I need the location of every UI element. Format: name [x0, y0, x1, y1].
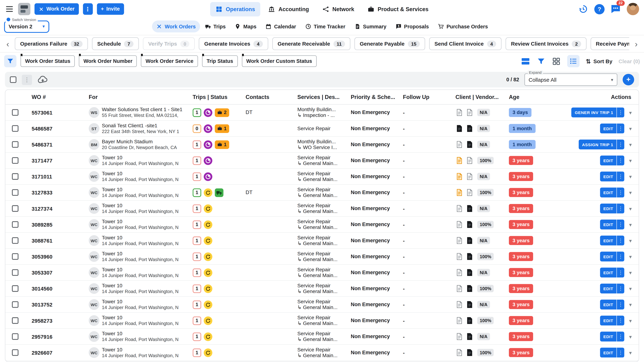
app-logo[interactable] [18, 3, 30, 15]
sort-by-button[interactable]: ⇅ Sort By [586, 58, 612, 64]
row-expand-chevron[interactable]: ▾ [627, 157, 634, 164]
table-row[interactable]: 2926607 WC Tower 10 14 Juniper Road, Por… [6, 345, 639, 361]
client-invoice-doc-icon[interactable] [456, 316, 463, 325]
subnav-purchase-orders[interactable]: Purchase Orders [434, 20, 492, 32]
trip-pending-icon[interactable] [204, 236, 212, 245]
row-action-menu-button[interactable]: ⋮ [616, 188, 624, 198]
subnav-summary[interactable]: Summary [350, 20, 390, 32]
menu-button[interactable] [5, 4, 14, 13]
row-checkbox[interactable] [12, 269, 18, 276]
row-checkbox[interactable] [12, 285, 18, 292]
row-expand-chevron[interactable]: ▾ [627, 221, 634, 228]
filter-chip-work-order-custom-status[interactable]: Work Order Custom Status [242, 55, 316, 67]
row-expand-chevron[interactable]: ▾ [627, 253, 634, 260]
main-nav-operations[interactable]: Operations [210, 2, 260, 16]
vendor-bill-doc-icon[interactable] [466, 204, 474, 213]
row-action-button[interactable]: EDIT [600, 123, 616, 133]
upload-button[interactable] [38, 74, 48, 85]
trip-pending-icon[interactable] [204, 204, 212, 213]
row-expand-chevron[interactable]: ▾ [627, 350, 634, 356]
client-invoice-doc-icon[interactable] [456, 108, 463, 117]
row-expand-chevron[interactable]: ▾ [627, 173, 634, 180]
trip-briefcase-badge[interactable]: 1 [215, 140, 229, 149]
trip-briefcase-badge[interactable]: 2 [215, 108, 229, 117]
trip-dispatched-icon[interactable] [215, 188, 223, 197]
pipeline-send-client-invoice[interactable]: Send Client Invoice 4 [429, 37, 502, 50]
pipeline-scroll-left[interactable]: ‹ [3, 40, 12, 48]
trip-count-badge[interactable]: 1 [192, 348, 201, 357]
trip-count-badge[interactable]: 1 [192, 236, 201, 245]
trip-count-badge[interactable]: 1 [192, 204, 201, 213]
pipeline-generate-payable[interactable]: Generate Payable 15 [354, 37, 425, 50]
row-checkbox[interactable] [12, 221, 18, 228]
table-row[interactable]: 3014560 WC Tower 10 14 Juniper Road, Por… [6, 281, 639, 297]
row-action-menu-button[interactable]: ⋮ [616, 284, 624, 293]
table-row[interactable]: 3127833 WC Tower 10 14 Juniper Road, Por… [6, 185, 639, 201]
row-expand-chevron[interactable]: ▾ [627, 125, 634, 131]
vendor-invoice-doc-icon[interactable] [466, 172, 474, 181]
pipeline-receive-payments[interactable]: Receive Payments 20 [590, 37, 629, 50]
table-row[interactable]: 5486587 ST Sonali Test Client1 -site1 22… [6, 121, 639, 137]
row-expand-chevron[interactable]: ▾ [627, 318, 634, 324]
vendor-bill-doc-icon[interactable] [466, 284, 474, 293]
trip-scheduled-icon[interactable] [204, 124, 212, 133]
trip-pending-icon[interactable] [204, 252, 212, 261]
row-action-menu-button[interactable]: ⋮ [616, 155, 624, 165]
trip-count-badge[interactable]: 1 [192, 252, 201, 261]
filter-funnel-button[interactable] [4, 55, 16, 67]
trip-pending-icon[interactable] [204, 300, 212, 309]
row-action-button[interactable]: EDIT [600, 171, 616, 181]
main-nav-accounting[interactable]: Accounting [263, 2, 314, 16]
trip-pending-icon[interactable] [204, 284, 212, 293]
vendor-bill-doc-icon[interactable] [466, 348, 474, 357]
row-checkbox[interactable] [12, 157, 18, 164]
pipeline-generate-receivable[interactable]: Generate Receivable 11 [272, 37, 350, 50]
vendor-invoice-doc-icon[interactable] [466, 188, 474, 197]
trip-count-badge[interactable]: 1 [192, 140, 201, 149]
row-action-button[interactable]: EDIT [600, 316, 616, 326]
trip-count-badge[interactable]: 1 [192, 220, 201, 229]
row-expand-chevron[interactable]: ▾ [627, 302, 634, 308]
row-action-button[interactable]: EDIT [600, 155, 616, 165]
row-action-button[interactable]: EDIT [600, 332, 616, 342]
trip-count-badge[interactable]: 1 [192, 268, 201, 277]
client-invoice-pending-icon[interactable] [456, 172, 463, 181]
table-row[interactable]: 5573061 WS Walter Solutions Test client … [6, 105, 639, 121]
row-action-button[interactable]: EDIT [600, 284, 616, 293]
add-work-order-button[interactable]: + [622, 74, 634, 85]
pipeline-generate-invoices[interactable]: Generate Invoices 4 [199, 37, 268, 50]
client-invoice-doc-icon[interactable] [456, 332, 463, 341]
table-row[interactable]: 3013752 WC Tower 10 14 Juniper Road, Por… [6, 297, 639, 313]
table-row[interactable]: 3171477 WC Tower 10 14 Juniper Road, Por… [6, 153, 639, 169]
row-action-menu-button[interactable]: ⋮ [616, 300, 624, 310]
row-action-menu-button[interactable]: ⋮ [616, 123, 624, 133]
chat-button[interactable]: 22 [610, 4, 621, 14]
trip-briefcase-badge[interactable]: 1 [215, 124, 229, 133]
row-checkbox[interactable] [12, 141, 18, 148]
row-action-menu-button[interactable]: ⋮ [616, 332, 624, 342]
row-action-button[interactable]: EDIT [600, 252, 616, 261]
row-action-button[interactable]: EDIT [600, 220, 616, 230]
client-invoice-doc-icon[interactable] [456, 252, 463, 261]
user-avatar[interactable] [627, 3, 639, 15]
grid-view-button[interactable] [552, 56, 561, 66]
row-expand-chevron[interactable]: ▾ [627, 286, 634, 292]
table-row[interactable]: 3127374 WC Tower 10 14 Juniper Road, Por… [6, 201, 639, 217]
main-nav-network[interactable]: Network [317, 2, 360, 16]
trip-count-badge[interactable]: 1 [192, 284, 201, 293]
pipeline-scroll-right[interactable]: › [632, 40, 640, 48]
table-row[interactable]: 3088761 WC Tower 10 14 Juniper Road, Por… [6, 233, 639, 249]
subnav-work-orders[interactable]: Work Orders [152, 20, 200, 32]
trip-count-badge[interactable]: 1 [192, 108, 201, 117]
filter-chip-trip-status[interactable]: Trip Status [202, 55, 238, 67]
vendor-bill-doc-icon[interactable] [466, 124, 474, 133]
client-invoice-doc-icon[interactable] [456, 220, 463, 229]
vendor-bill-doc-icon[interactable] [466, 140, 474, 149]
row-expand-chevron[interactable]: ▾ [627, 334, 634, 340]
row-action-button[interactable]: EDIT [600, 188, 616, 198]
subnav-maps[interactable]: Maps [230, 20, 260, 32]
history-button[interactable] [578, 4, 588, 14]
row-action-button[interactable]: EDIT [600, 204, 616, 214]
client-invoice-doc-icon[interactable] [456, 348, 463, 357]
trip-pending-icon[interactable] [204, 332, 212, 341]
